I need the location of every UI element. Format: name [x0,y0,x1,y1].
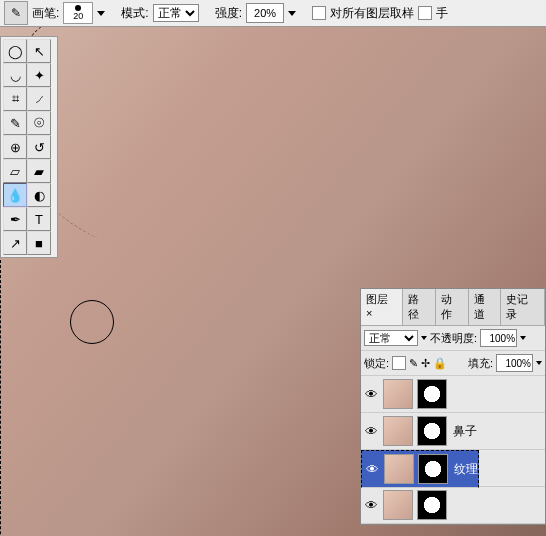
tool-slice[interactable]: ⟋ [27,87,51,111]
sample-all-checkbox[interactable] [312,6,326,20]
layer-row[interactable]: 👁 [361,376,545,413]
lock-label: 锁定: [364,356,389,371]
strength-label: 强度: [215,5,242,22]
options-bar: ✎ 画笔: 20 模式: 正常 强度: 对所有图层取样 手 [0,0,546,27]
tool-crop[interactable]: ⌗ [3,87,27,111]
panel-tabs: 图层 × 路径 动作 通道 史记录 [361,289,545,326]
visibility-icon[interactable]: 👁 [361,387,381,402]
lock-trans-icon[interactable] [392,356,406,370]
tool-history-brush[interactable]: ↺ [27,135,51,159]
fill-label: 填充: [468,356,493,371]
tool-brush[interactable]: ✎ [3,111,27,135]
layer-list: 👁👁鼻子👁纹理👁轮廓👁 [361,376,545,524]
fill-input[interactable] [496,354,533,372]
tool-bucket[interactable]: ▰ [27,159,51,183]
layers-panel: 图层 × 路径 动作 通道 史记录 正常 不透明度: 锁定: ✎ ✢ 🔒 填充:… [360,288,546,525]
tool-path-sel[interactable]: ↗ [3,231,27,255]
opacity-label: 不透明度: [430,331,477,346]
visibility-icon[interactable]: 👁 [361,498,381,513]
tool-eraser[interactable]: ▱ [3,159,27,183]
lock-move-icon[interactable]: ✢ [421,357,430,370]
blend-mode-select[interactable]: 正常 [153,4,199,22]
layer-blend-select[interactable]: 正常 [364,330,418,346]
tool-clone[interactable]: ⦾ [27,111,51,135]
tool-preset-icon[interactable]: ✎ [4,1,28,25]
finger-checkbox[interactable] [418,6,432,20]
layer-row[interactable]: 👁鼻子 [361,413,545,450]
tool-healing[interactable]: ⊕ [3,135,27,159]
dropdown-icon[interactable] [97,11,105,16]
brush-picker[interactable]: 20 [63,2,93,24]
layer-mask-thumbnail[interactable] [417,416,447,446]
tab-channels[interactable]: 通道 [469,289,502,325]
tool-blur[interactable]: 💧 [3,183,27,207]
visibility-icon[interactable]: 👁 [362,462,382,477]
opacity-input[interactable] [480,329,517,347]
tab-history[interactable]: 史记录 [501,289,545,325]
mode-label: 模式: [121,5,148,22]
tool-type[interactable]: T [27,207,51,231]
tool-marquee-ellipse[interactable]: ◯ [3,39,27,63]
strength-input[interactable] [246,3,284,23]
tool-magic-wand[interactable]: ✦ [27,63,51,87]
lock-all-icon[interactable]: 🔒 [433,357,447,370]
lock-paint-icon[interactable]: ✎ [409,357,418,370]
layer-row[interactable]: 👁纹理 [361,450,479,488]
tool-shape[interactable]: ■ [27,231,51,255]
brush-label: 画笔: [32,5,59,22]
dropdown-icon[interactable] [288,11,296,16]
layer-thumbnail[interactable] [383,490,413,520]
layer-mask-thumbnail[interactable] [418,454,448,484]
layer-name: 鼻子 [449,423,477,440]
layer-thumbnail[interactable] [384,454,414,484]
dropdown-icon[interactable] [421,336,427,340]
layer-thumbnail[interactable] [383,379,413,409]
dropdown-icon[interactable] [536,361,542,365]
tool-lasso[interactable]: ◡ [3,63,27,87]
layer-mask-thumbnail[interactable] [417,379,447,409]
toolbox: ◯↖◡✦⌗⟋✎⦾⊕↺▱▰💧◐✒T↗■ [0,36,58,258]
visibility-icon[interactable]: 👁 [361,424,381,439]
finger-label: 手 [436,5,448,22]
layer-mask-thumbnail[interactable] [417,490,447,520]
tab-layers[interactable]: 图层 × [361,289,403,325]
selection-marquee [0,250,81,536]
tab-actions[interactable]: 动作 [436,289,469,325]
sample-all-label: 对所有图层取样 [330,5,414,22]
dropdown-icon[interactable] [520,336,526,340]
brush-cursor [70,300,114,344]
tool-dodge[interactable]: ◐ [27,183,51,207]
tool-move[interactable]: ↖ [27,39,51,63]
tool-pen[interactable]: ✒ [3,207,27,231]
layer-thumbnail[interactable] [383,416,413,446]
tab-paths[interactable]: 路径 [403,289,436,325]
layer-name: 纹理 [450,461,478,478]
layer-row[interactable]: 👁 [361,487,545,524]
